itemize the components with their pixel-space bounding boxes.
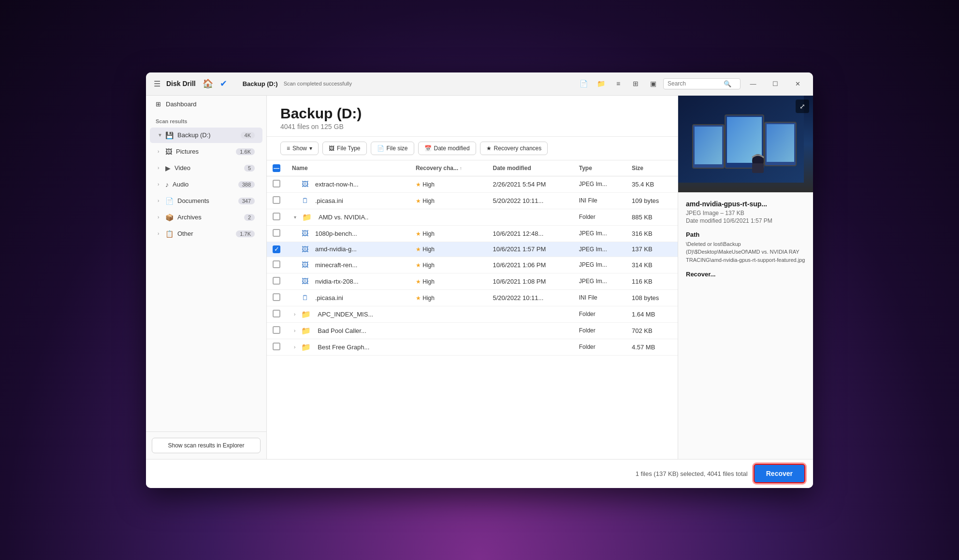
- row-checkbox[interactable]: [273, 260, 280, 268]
- th-date[interactable]: Date modified: [487, 160, 573, 176]
- row-checkbox[interactable]: [273, 229, 280, 237]
- maximize-button[interactable]: ☐: [766, 76, 785, 91]
- recovery-value: High: [422, 246, 435, 253]
- table-row[interactable]: 🖼minecraft-ren...★ High10/6/2021 1:06 PM…: [267, 257, 678, 273]
- folder-icon: 📁: [301, 310, 311, 319]
- table-row[interactable]: 🖼extract-now-h...★ High2/26/2021 5:54 PM…: [267, 176, 678, 192]
- open-external-button[interactable]: ⤢: [796, 100, 809, 113]
- right-panel: ⤢ amd-nvidia-gpus-rt-sup... JPEG Image –…: [678, 96, 813, 459]
- sidebar-item-pictures[interactable]: › 🖼 Pictures 1.6K: [150, 144, 262, 159]
- breadcrumb: Backup (D:) Scan completed successfully: [243, 79, 352, 88]
- search-input[interactable]: [668, 80, 721, 87]
- row-checkbox[interactable]: [273, 343, 280, 350]
- table-row[interactable]: ▾📁AMD vs. NVIDIA..Folder885 KB: [267, 209, 678, 225]
- chevron-right-icon-3: ›: [158, 182, 165, 187]
- size-cell: 116 KB: [626, 273, 678, 289]
- hamburger-button[interactable]: ☰: [152, 77, 162, 90]
- date-modified-button[interactable]: 📅 Date modified: [418, 142, 476, 155]
- recovery-cell: [410, 306, 487, 322]
- recover-button[interactable]: Recover: [754, 464, 805, 483]
- table-row[interactable]: ›📁Bad Pool Caller...Folder702 KB: [267, 322, 678, 339]
- file-type-button[interactable]: 🖼 File Type: [322, 142, 366, 155]
- titlebar: ☰ Disk Drill 🏠 ✔ Backup (D:) Scan comple…: [146, 72, 813, 96]
- type-cell: JPEG Im...: [573, 273, 626, 289]
- sidebar-item-other[interactable]: › 📋 Other 1.7K: [150, 226, 262, 242]
- row-checkbox[interactable]: [273, 196, 280, 204]
- sidebar-count-video: 5: [244, 165, 255, 172]
- row-checkbox[interactable]: [273, 326, 280, 334]
- file-table: — Name Recovery cha... Date modified Typ…: [267, 160, 678, 356]
- star-icon: ★: [416, 246, 422, 253]
- sidebar-item-video[interactable]: › ▶ Video 5: [150, 160, 262, 176]
- date-cell: 10/6/2021 1:57 PM: [487, 242, 573, 257]
- th-select-all[interactable]: —: [267, 160, 286, 176]
- table-row[interactable]: 🖼1080p-bench...★ High10/6/2021 12:48...J…: [267, 225, 678, 242]
- table-row[interactable]: ›📁APC_INDEX_MIS...Folder1.64 MB: [267, 306, 678, 322]
- th-size[interactable]: Size: [626, 160, 678, 176]
- view-list-button[interactable]: ≡: [611, 76, 625, 91]
- select-all-checkbox[interactable]: —: [273, 164, 280, 172]
- row-checkbox[interactable]: [273, 277, 280, 285]
- sidebar-item-documents[interactable]: › 📄 Documents 347: [150, 193, 262, 209]
- sidebar-label-archives: Archives: [177, 214, 244, 221]
- home-button[interactable]: 🏠: [200, 75, 216, 92]
- scan-results-label: Scan results: [146, 113, 266, 127]
- search-box: 🔍: [663, 78, 741, 89]
- row-checkbox[interactable]: [273, 310, 280, 317]
- file-info-path-section: Path \Deleted or lost\Backup (D)\$Deskto…: [686, 231, 805, 264]
- sidebar-item-audio[interactable]: › ♪ Audio 388: [150, 177, 262, 192]
- archives-icon: 📦: [165, 214, 174, 221]
- recovery-cell: [410, 322, 487, 339]
- folder-expand-button[interactable]: ▾: [292, 215, 298, 220]
- sidebar-count-pictures: 1.6K: [236, 148, 255, 155]
- row-checkbox[interactable]: [273, 293, 280, 301]
- view-grid-button[interactable]: ⊞: [628, 76, 643, 91]
- row-checkbox[interactable]: [273, 213, 280, 220]
- star-icon: ★: [416, 181, 422, 188]
- view-folder-button[interactable]: 📁: [594, 76, 608, 91]
- sidebar-item-archives[interactable]: › 📦 Archives 2: [150, 210, 262, 225]
- folder-expand-button[interactable]: ›: [292, 345, 297, 350]
- minimize-button[interactable]: —: [743, 76, 763, 91]
- sidebar-item-dashboard[interactable]: ⊞ Dashboard: [146, 96, 266, 113]
- row-checkbox[interactable]: ✓: [273, 245, 280, 253]
- table-row[interactable]: 🗒.picasa.ini★ High5/20/2022 10:11...INI …: [267, 289, 678, 306]
- type-cell: Folder: [573, 306, 626, 322]
- drive-icon: 💾: [165, 131, 174, 139]
- recovery-chances-label: Recovery chances: [494, 145, 542, 152]
- th-type[interactable]: Type: [573, 160, 626, 176]
- row-checkbox[interactable]: [273, 180, 280, 187]
- breadcrumb-title: Backup (D:): [243, 80, 278, 87]
- folder-expand-button[interactable]: ›: [292, 328, 297, 333]
- table-row[interactable]: 🖼nvidia-rtx-208...★ High10/6/2021 1:08 P…: [267, 273, 678, 289]
- type-cell: JPEG Im...: [573, 176, 626, 192]
- size-cell: 109 bytes: [626, 192, 678, 209]
- size-cell: 108 bytes: [626, 289, 678, 306]
- recovery-chances-button[interactable]: ★ Recovery chances: [480, 142, 548, 155]
- table-row[interactable]: 🗒.picasa.ini★ High5/20/2022 10:11...INI …: [267, 192, 678, 209]
- sidebar-item-backup[interactable]: ▼ 💾 Backup (D:) 4K: [150, 128, 262, 143]
- table-row[interactable]: ›📁Best Free Graph...Folder4.57 MB: [267, 339, 678, 355]
- file-name: extract-now-h...: [315, 181, 359, 188]
- show-filter-button[interactable]: ≡ Show ▾: [280, 142, 319, 155]
- sidebar-count-audio: 388: [238, 181, 255, 188]
- file-icon: 🖼: [302, 230, 308, 237]
- folder-expand-button[interactable]: ›: [292, 312, 297, 317]
- table-row[interactable]: ✓🖼amd-nvidia-g...★ High10/6/2021 1:57 PM…: [267, 242, 678, 257]
- view-split-button[interactable]: ▣: [646, 76, 660, 91]
- th-name[interactable]: Name: [286, 160, 410, 176]
- file-size-button[interactable]: 📄 File size: [371, 142, 414, 155]
- file-table-container[interactable]: — Name Recovery cha... Date modified Typ…: [267, 160, 678, 459]
- close-button[interactable]: ✕: [788, 76, 807, 91]
- preview-area: ⤢: [678, 96, 813, 192]
- recovery-value: High: [422, 278, 435, 285]
- show-results-button[interactable]: Show scan results in Explorer: [152, 438, 261, 453]
- file-name: APC_INDEX_MIS...: [318, 311, 373, 318]
- sidebar-label-documents: Documents: [177, 197, 238, 204]
- file-icon: 🖼: [302, 245, 308, 253]
- view-file-button[interactable]: 📄: [576, 76, 591, 91]
- chevron-right-icon-4: ›: [158, 198, 165, 203]
- size-cell: 35.4 KB: [626, 176, 678, 192]
- th-recovery[interactable]: Recovery cha...: [410, 160, 487, 176]
- recovery-cell: ★ High: [410, 257, 487, 273]
